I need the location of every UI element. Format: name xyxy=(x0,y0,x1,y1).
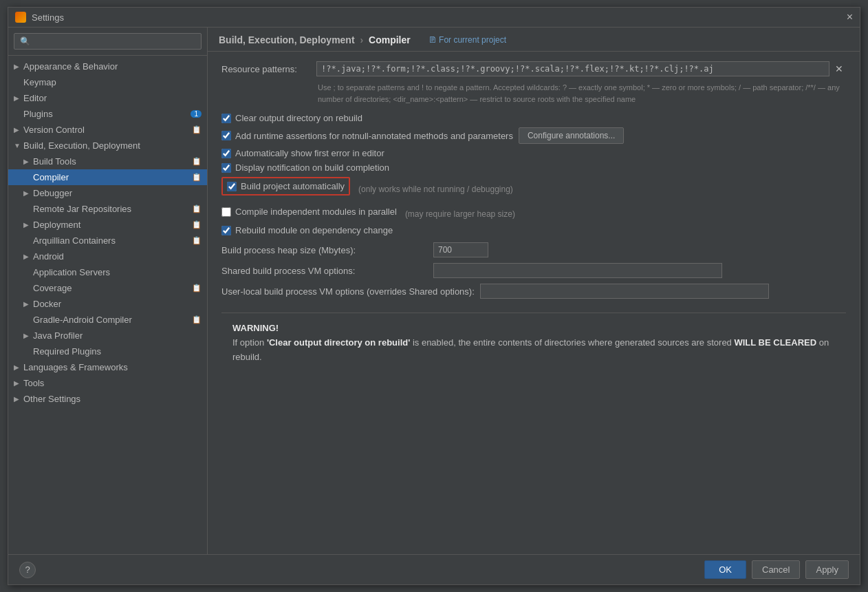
option-build-automatically-checkbox[interactable] xyxy=(227,182,237,191)
breadcrumb-current: Compiler xyxy=(369,34,411,45)
sidebar-item-editor[interactable]: Editor xyxy=(8,90,207,106)
option-rebuild-dependency-label[interactable]: Rebuild module on dependency change xyxy=(221,225,393,235)
field-user-local-vm-input[interactable] xyxy=(480,284,769,299)
sidebar-item-label: Keymap xyxy=(23,77,202,87)
breadcrumb: Build, Execution, Deployment › Compiler xyxy=(219,34,411,45)
dialog-buttons: OK Cancel Apply xyxy=(704,560,849,579)
warning-body: If option 'Clear output directory on reb… xyxy=(232,336,835,365)
option-compile-parallel: Compile independent modules in parallel xyxy=(221,207,397,217)
copy-icon: 📋 xyxy=(192,125,202,134)
sidebar-item-label: Editor xyxy=(23,93,202,103)
copy-icon: 📋 xyxy=(192,236,202,245)
sidebar-item-version-control[interactable]: Version Control 📋 xyxy=(8,122,207,138)
sidebar-item-coverage[interactable]: Coverage 📋 xyxy=(8,280,207,296)
arrow-icon xyxy=(14,63,23,70)
apply-button[interactable]: Apply xyxy=(805,560,849,579)
option-runtime-assertions-checkbox[interactable] xyxy=(221,131,231,140)
sidebar-item-label: Build, Execution, Deployment xyxy=(23,140,202,151)
option-rebuild-dependency-checkbox[interactable] xyxy=(221,226,231,235)
sidebar-item-label: Plugins xyxy=(23,109,188,119)
option-compile-parallel-note: (may require larger heap size) xyxy=(405,209,515,219)
for-current-project-link[interactable]: 🖹 For current project xyxy=(428,35,506,45)
sidebar-item-label: Arquillian Containers xyxy=(33,235,192,246)
option-build-automatically: Build project automatically xyxy=(221,177,350,195)
plugins-badge: 1 xyxy=(191,110,202,118)
sidebar-item-arquillian[interactable]: Arquillian Containers 📋 xyxy=(8,233,207,249)
field-shared-vm-input[interactable] xyxy=(433,263,722,278)
field-heap-size-input[interactable] xyxy=(433,242,488,257)
sidebar-item-docker[interactable]: Docker xyxy=(8,296,207,312)
option-display-notification-label[interactable]: Display notification on build completion xyxy=(221,162,389,173)
cancel-button[interactable]: Cancel xyxy=(752,560,800,579)
sidebar-item-label: Android xyxy=(33,251,202,262)
sidebar-item-label: Other Settings xyxy=(23,394,202,404)
help-button[interactable]: ? xyxy=(19,562,36,578)
sidebar: Appearance & Behavior Keymap Editor Plug… xyxy=(8,28,208,554)
sidebar-item-languages[interactable]: Languages & Frameworks xyxy=(8,359,207,375)
arrow-icon xyxy=(14,142,23,149)
option-build-automatically-label[interactable]: Build project automatically xyxy=(227,181,345,191)
sidebar-item-debugger[interactable]: Debugger xyxy=(8,185,207,201)
option-compile-parallel-label[interactable]: Compile independent modules in parallel xyxy=(221,207,397,217)
main-body: Appearance & Behavior Keymap Editor Plug… xyxy=(8,28,860,554)
field-heap-size-label: Build process heap size (Mbytes): xyxy=(221,245,428,255)
sidebar-item-build-tools[interactable]: Build Tools 📋 xyxy=(8,154,207,169)
sidebar-item-android[interactable]: Android xyxy=(8,249,207,264)
sidebar-item-label: Gradle-Android Compiler xyxy=(33,315,192,325)
sidebar-item-build-exec[interactable]: Build, Execution, Deployment xyxy=(8,138,207,154)
sidebar-item-appearance[interactable]: Appearance & Behavior xyxy=(8,59,207,74)
warning-box: WARNING! If option 'Clear output directo… xyxy=(221,313,846,372)
option-compile-parallel-row: Compile independent modules in parallel … xyxy=(221,207,846,221)
field-user-local-vm-label: User-local build process VM options (ove… xyxy=(221,286,475,297)
option-compile-parallel-checkbox[interactable] xyxy=(221,207,231,217)
sidebar-item-deployment[interactable]: Deployment 📋 xyxy=(8,217,207,233)
option-show-error-checkbox[interactable] xyxy=(221,149,231,158)
search-input[interactable] xyxy=(14,33,202,50)
option-clear-output-label[interactable]: Clear output directory on rebuild xyxy=(221,113,362,123)
arrow-icon xyxy=(14,379,23,387)
resource-patterns-input[interactable] xyxy=(316,61,829,76)
option-runtime-assertions-label[interactable]: Add runtime assertions for notnull-annot… xyxy=(221,131,513,141)
resource-patterns-row: Resource patterns: ✕ xyxy=(221,61,846,76)
sidebar-item-label: Compiler xyxy=(33,172,192,182)
option-label-text: Display notification on build completion xyxy=(235,162,389,173)
copy-icon: 📋 xyxy=(192,220,202,229)
content-scroll: Resource patterns: ✕ Use ; to separate p… xyxy=(208,52,860,554)
option-build-automatically-row: Build project automatically (only works … xyxy=(221,177,846,201)
sidebar-tree: Appearance & Behavior Keymap Editor Plug… xyxy=(8,56,207,554)
sidebar-item-keymap[interactable]: Keymap xyxy=(8,74,207,90)
breadcrumb-separator: › xyxy=(360,34,363,45)
arrow-icon xyxy=(14,94,23,102)
option-display-notification-checkbox[interactable] xyxy=(221,163,231,173)
option-clear-output-checkbox[interactable] xyxy=(221,114,231,123)
sidebar-item-label: Deployment xyxy=(33,220,192,230)
configure-annotations-button[interactable]: Configure annotations... xyxy=(519,127,624,144)
sidebar-item-compiler[interactable]: Compiler 📋 xyxy=(8,169,207,185)
arrow-icon xyxy=(23,332,33,339)
sidebar-item-label: Version Control xyxy=(23,125,192,135)
sidebar-item-label: Docker xyxy=(33,299,202,309)
close-button[interactable]: × xyxy=(847,12,853,23)
copy-icon: 📋 xyxy=(192,173,202,182)
arrow-icon xyxy=(23,221,33,229)
title-bar: Settings × xyxy=(8,8,860,28)
sidebar-item-plugins[interactable]: Plugins 1 xyxy=(8,106,207,122)
sidebar-item-tools[interactable]: Tools xyxy=(8,375,207,391)
sidebar-item-java-profiler[interactable]: Java Profiler xyxy=(8,328,207,343)
sidebar-item-gradle-android[interactable]: Gradle-Android Compiler 📋 xyxy=(8,312,207,328)
ok-button[interactable]: OK xyxy=(704,560,746,579)
resource-clear-button[interactable]: ✕ xyxy=(832,61,846,76)
copy-icon: 📋 xyxy=(192,284,202,293)
sidebar-item-app-servers[interactable]: Application Servers xyxy=(8,264,207,280)
sidebar-item-required-plugins[interactable]: Required Plugins xyxy=(8,343,207,359)
arrow-icon xyxy=(23,253,33,260)
sidebar-item-remote-jar[interactable]: Remote Jar Repositories 📋 xyxy=(8,201,207,217)
arrow-icon xyxy=(23,158,33,165)
option-display-notification: Display notification on build completion xyxy=(221,162,846,173)
settings-dialog: Settings × Appearance & Behavior Keymap xyxy=(8,7,860,585)
option-show-error-label[interactable]: Automatically show first error in editor xyxy=(221,148,384,158)
option-build-automatically-note: (only works while not running / debuggin… xyxy=(358,184,513,194)
resource-help-text: Use ; to separate patterns and ! to nega… xyxy=(221,82,846,105)
sidebar-item-label: Appearance & Behavior xyxy=(23,61,202,72)
sidebar-item-other-settings[interactable]: Other Settings xyxy=(8,391,207,407)
